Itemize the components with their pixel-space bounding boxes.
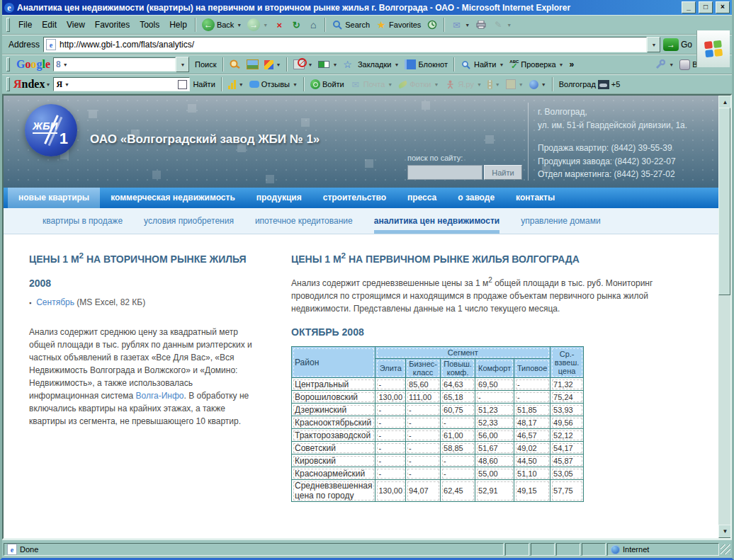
google-pagerank-button[interactable] xyxy=(227,57,244,72)
go-arrow-icon: → xyxy=(663,38,679,51)
address-dropdown-button[interactable]: ▼ xyxy=(647,37,660,52)
back-dropdown-icon[interactable]: ▼ xyxy=(237,23,242,28)
toolbar-grip[interactable] xyxy=(6,18,10,32)
maximize-button[interactable]: □ xyxy=(699,1,713,13)
google-spellcheck-button[interactable]: ABC✓ Проверка ▼ xyxy=(507,58,566,72)
yandex-citation-button[interactable]: ▼ xyxy=(225,79,247,91)
yandex-traffic-button[interactable]: ▼ xyxy=(485,79,503,91)
value-cell: 48,17 xyxy=(514,416,550,429)
google-bookmarks-button[interactable]: Закладки ▼ xyxy=(355,59,402,70)
google-notebook-button[interactable]: Блокнот xyxy=(402,58,451,71)
value-cell: 53,05 xyxy=(550,467,584,480)
subnav-item[interactable]: ипотечное кредитование xyxy=(255,208,353,234)
spellcheck-icon: ABC✓ xyxy=(509,59,519,70)
yandex-find-button[interactable]: Найти xyxy=(190,79,218,90)
yandex-logo-dropdown[interactable]: ▼ xyxy=(45,82,50,87)
address-input[interactable]: e http://www.gbi-1.com/flats/analytics/ xyxy=(43,37,647,52)
nav-item[interactable]: строительство xyxy=(312,188,397,208)
ie-icon: e xyxy=(4,3,14,13)
close-button[interactable]: × xyxy=(716,1,730,13)
edit-dropdown-icon[interactable]: ▼ xyxy=(507,23,512,28)
yandex-city-weather[interactable]: Волгоград +5 xyxy=(556,79,623,91)
header-phones: Продажа квартир: (8442) 39-55-39Продукци… xyxy=(538,142,687,181)
table-row: Кировский---48,6044,5045,87 xyxy=(292,455,584,467)
toolbar-grip[interactable] xyxy=(6,57,10,72)
yandex-widgets-button[interactable]: ▼ xyxy=(526,79,549,91)
notebook-icon xyxy=(405,59,416,69)
print-button[interactable] xyxy=(473,18,490,32)
menu-item-edit[interactable]: Edit xyxy=(37,18,62,32)
yandex-yaru-button[interactable]: Я.ру ▼ xyxy=(441,77,484,91)
subnav-item[interactable]: условия приобретения xyxy=(144,208,234,234)
yandex-notes-button[interactable]: ▼ xyxy=(503,78,526,91)
toolbar-grip[interactable] xyxy=(6,77,10,91)
september-report-link[interactable]: Сентябрь xyxy=(36,297,74,307)
site-header: ЖБИ 1 ОАО «Волгоградский завод ЖБИ № 1» … xyxy=(4,96,718,188)
yandex-login-button[interactable]: Войти xyxy=(307,78,347,91)
history-button[interactable] xyxy=(424,18,441,32)
yandex-mail-button[interactable]: ✉ Почта ▼ xyxy=(347,77,395,91)
menu-item-help[interactable]: Help xyxy=(164,18,192,32)
yandex-checkbox[interactable] xyxy=(178,80,187,89)
toolbar-separator xyxy=(444,18,445,32)
subnav-item[interactable]: квартиры в продаже xyxy=(43,208,123,234)
menu-item-tools[interactable]: Tools xyxy=(135,18,164,32)
nav-item[interactable]: новые квартиры xyxy=(8,188,100,208)
subnav-item[interactable]: аналитика цен недвижимости xyxy=(374,208,500,234)
refresh-button[interactable]: ↻ xyxy=(288,18,305,32)
subnav-item[interactable]: управление домами xyxy=(521,208,601,234)
go-button[interactable]: → Go xyxy=(660,37,695,52)
google-settings-button[interactable]: ▼ xyxy=(652,57,677,72)
google-search-input[interactable]: 8 ▼ xyxy=(53,57,176,72)
minimize-button[interactable]: _ xyxy=(682,1,696,13)
nav-item[interactable]: о заводе xyxy=(447,188,505,208)
edit-button[interactable]: ✎ ▼ xyxy=(490,18,514,32)
nav-item[interactable]: пресса xyxy=(397,188,447,208)
popup-blocker-button[interactable]: ▼ xyxy=(290,58,315,71)
home-button[interactable]: ⌂ xyxy=(305,18,322,32)
forward-dropdown-icon[interactable]: ▼ xyxy=(263,23,268,28)
highlighter-button[interactable]: ▼ xyxy=(315,59,340,69)
bookmark-star-button[interactable]: ☆ xyxy=(340,57,355,72)
nav-item[interactable]: продукция xyxy=(246,188,312,208)
month-heading: ОКТЯБРЬ 2008 xyxy=(291,326,688,338)
scrollbar-thumb[interactable] xyxy=(718,108,730,295)
scroll-down-button[interactable]: ▼ xyxy=(718,525,732,538)
menu-item-view[interactable]: View xyxy=(62,18,90,32)
nav-item[interactable]: коммерческая недвижимость xyxy=(100,188,246,208)
primary-market-description: Анализ содержит средневзвешенные цены за… xyxy=(291,275,688,315)
value-cell: 49,02 xyxy=(514,442,550,455)
search-button[interactable]: Search xyxy=(329,18,373,32)
menu-item-favorites[interactable]: Favorites xyxy=(90,18,135,32)
vertical-scrollbar[interactable]: ▲ ▼ xyxy=(718,96,730,538)
sub-nav: квартиры в продажеусловия приобретенияип… xyxy=(4,208,718,234)
favorites-button[interactable]: ★ Favorites xyxy=(373,18,424,32)
volga-info-link[interactable]: Волга-Инфо xyxy=(135,391,184,401)
value-cell: - xyxy=(514,391,550,404)
address-row: Address e http://www.gbi-1.com/flats/ana… xyxy=(2,35,732,55)
stick-figure-icon xyxy=(444,79,456,90)
resize-grip[interactable] xyxy=(721,544,730,554)
mail-button[interactable]: ✉ ▼ xyxy=(448,18,473,32)
back-button[interactable]: ← Back ▼ xyxy=(199,17,244,33)
stop-button[interactable]: × xyxy=(271,18,288,32)
nav-item[interactable]: контакты xyxy=(505,188,565,208)
site-search-input[interactable] xyxy=(407,165,482,180)
google-search-button[interactable]: Поиск xyxy=(192,59,219,70)
site-search-button[interactable]: Найти xyxy=(484,165,522,180)
browser-viewport: ЖБИ 1 ОАО «Волгоградский завод ЖБИ № 1» … xyxy=(2,94,732,539)
menu-item-file[interactable]: File xyxy=(13,18,37,32)
company-address-line: г. Волгоград, xyxy=(538,105,687,119)
yandex-search-input[interactable]: Я ▼ xyxy=(53,77,190,91)
yandex-fotki-button[interactable]: Фотки ▼ xyxy=(395,79,441,90)
value-cell: 51,23 xyxy=(475,404,514,416)
mail-dropdown-icon[interactable]: ▼ xyxy=(465,23,470,28)
forward-button[interactable]: → ▼ xyxy=(244,17,271,33)
toolbar-overflow-chevron[interactable]: » xyxy=(567,59,577,69)
google-history-dropdown[interactable]: ▼ xyxy=(176,57,189,72)
yandex-reviews-button[interactable]: Отзывы ▼ xyxy=(247,79,300,90)
company-logo[interactable]: ЖБИ 1 xyxy=(25,104,77,156)
google-share-button[interactable]: ▼ xyxy=(261,59,284,71)
google-find-button[interactable]: Найти ▼ xyxy=(458,57,507,72)
google-images-button[interactable] xyxy=(244,58,261,71)
